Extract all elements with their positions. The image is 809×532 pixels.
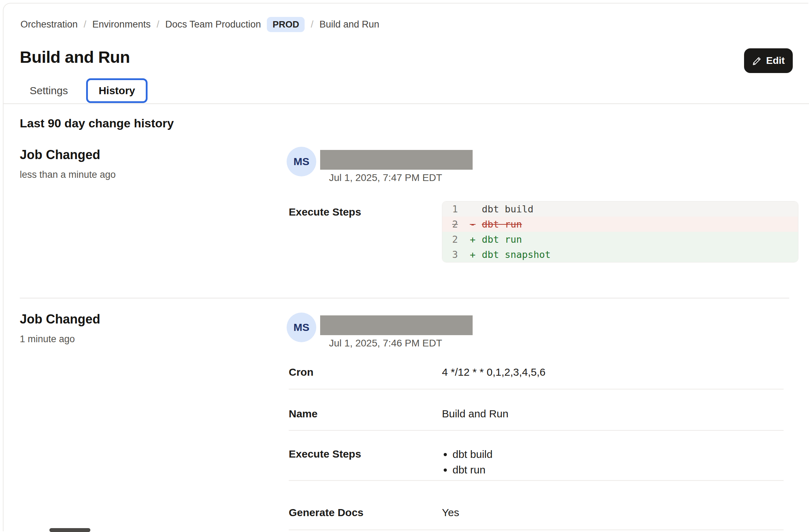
breadcrumb: Orchestration / Environments / Docs Team… — [20, 16, 379, 33]
diff-line-unchanged: 1 dbt build — [442, 201, 798, 217]
change-field-label: Execute Steps — [289, 206, 361, 218]
diff-line-added: 2 + dbt run — [442, 232, 798, 247]
execute-step-item: dbt run — [453, 462, 492, 478]
breadcrumb-separator: / — [157, 19, 160, 30]
row-divider — [289, 480, 784, 481]
page-title: Build and Run — [20, 47, 130, 67]
field-label-name: Name — [289, 408, 318, 420]
breadcrumb-current-page: Build and Run — [319, 19, 379, 30]
tab-settings[interactable]: Settings — [20, 79, 78, 103]
event-title: Job Changed — [20, 147, 100, 162]
tab-history[interactable]: History — [86, 78, 147, 103]
event-title: Job Changed — [20, 312, 100, 327]
event-relative-time: less than a minute ago — [20, 169, 116, 180]
horizontal-scrollbar-thumb[interactable] — [49, 528, 90, 532]
page: Orchestration / Environments / Docs Team… — [0, 0, 809, 532]
field-label-execute-steps: Execute Steps — [289, 448, 361, 460]
diff-text: dbt snapshot — [482, 249, 551, 260]
avatar: MS — [287, 313, 316, 342]
event-relative-time: 1 minute ago — [20, 334, 75, 345]
diff-marker: - — [470, 219, 482, 230]
redacted-user-name — [320, 315, 473, 335]
row-divider — [289, 430, 784, 431]
breadcrumb-orchestration[interactable]: Orchestration — [20, 19, 78, 30]
edit-button[interactable]: Edit — [744, 48, 793, 73]
diff-text: dbt run — [482, 219, 522, 230]
execute-steps-diff: 1 dbt build 2 - dbt run 2 + dbt run 3 + … — [442, 201, 798, 262]
diff-line-number: 2 — [452, 234, 470, 245]
row-divider — [289, 389, 784, 389]
diff-text: dbt build — [482, 204, 533, 214]
section-title: Last 90 day change history — [20, 116, 174, 130]
field-value-cron: 4 */12 * * 0,1,2,3,4,5,6 — [442, 366, 546, 378]
field-label-cron: Cron — [289, 366, 313, 378]
diff-text: dbt run — [482, 234, 522, 245]
edit-button-label: Edit — [766, 55, 785, 66]
field-label-generate-docs: Generate Docs — [289, 507, 364, 519]
event-timestamp: Jul 1, 2025, 7:47 PM EDT — [329, 172, 442, 183]
env-badge-prod[interactable]: PROD — [267, 17, 305, 32]
diff-marker: + — [470, 234, 482, 245]
breadcrumb-separator: / — [311, 19, 313, 30]
diff-line-number: 2 — [452, 219, 470, 230]
tab-bar: Settings History — [20, 78, 148, 103]
diff-line-number: 1 — [452, 204, 470, 214]
redacted-user-name — [320, 150, 473, 170]
row-divider — [289, 530, 784, 530]
field-value-generate-docs: Yes — [442, 507, 459, 519]
diff-marker: + — [470, 249, 482, 260]
diff-line-added: 3 + dbt snapshot — [442, 247, 798, 262]
breadcrumb-separator: / — [84, 19, 86, 30]
execute-steps-list: dbt build dbt run — [445, 447, 492, 478]
avatar: MS — [287, 147, 316, 176]
breadcrumb-environments[interactable]: Environments — [92, 19, 151, 30]
entry-divider — [20, 298, 789, 298]
event-timestamp: Jul 1, 2025, 7:46 PM EDT — [329, 338, 442, 349]
tabs-divider — [3, 103, 809, 104]
pencil-icon — [752, 56, 762, 66]
breadcrumb-environment-name[interactable]: Docs Team Production — [165, 19, 261, 30]
diff-line-removed: 2 - dbt run — [442, 217, 798, 232]
execute-step-item: dbt build — [453, 447, 492, 462]
diff-line-number: 3 — [452, 249, 470, 260]
field-value-name: Build and Run — [442, 408, 508, 420]
